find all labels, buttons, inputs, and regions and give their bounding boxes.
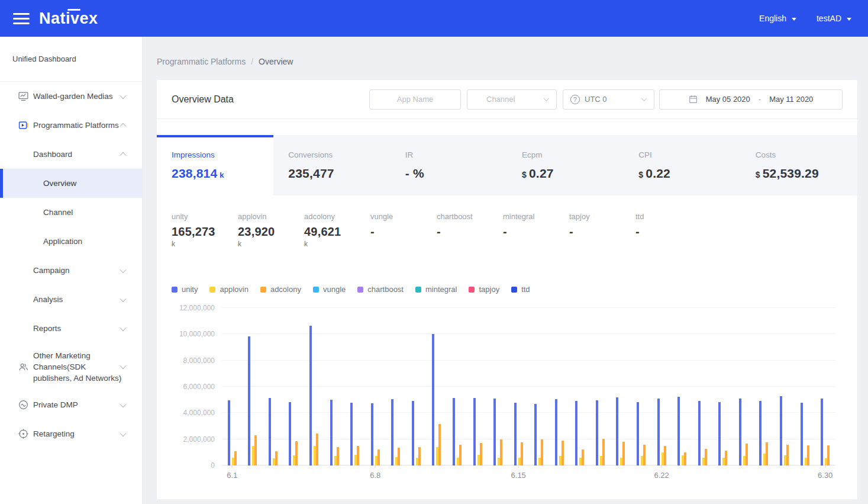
sidebar-item-label: Analysis: [33, 294, 125, 305]
sidebar-item-reports[interactable]: Reports: [0, 314, 142, 343]
sidebar-item-campaign[interactable]: Campaign: [0, 256, 142, 285]
bar-unity: [657, 399, 660, 466]
sidebar-item-other-marketing-channels[interactable]: Other Marketing Channels(SDK publishers,…: [0, 343, 142, 390]
account-menu[interactable]: testAD: [817, 14, 851, 23]
channel-stat-unit: k: [172, 240, 238, 248]
sidebar-item-label: Dashboard: [33, 149, 125, 160]
metric-tab-number: 235,477: [288, 166, 334, 180]
breadcrumb-parent[interactable]: Programmatic Platforms: [157, 57, 246, 66]
bar-adcolony: [500, 439, 502, 466]
bar-adcolony: [438, 424, 441, 466]
sidebar-item-private-dmp[interactable]: Private DMP: [0, 390, 142, 419]
bar-group-6.18: [570, 308, 591, 466]
legend-item-adcolony[interactable]: adcolony: [260, 285, 301, 294]
bar-group-6.17: [549, 308, 570, 466]
brand-logo-macron: [67, 9, 80, 11]
breadcrumb: Programmatic Platforms/Overview: [157, 57, 293, 66]
legend-item-unity[interactable]: unity: [172, 285, 198, 294]
y-tick-label: 10,000,000: [179, 330, 215, 338]
bar-adcolony: [254, 435, 257, 466]
sidebar-item-walled-garden-medias[interactable]: Walled-garden Medias: [0, 82, 142, 111]
bar-unity: [289, 402, 291, 466]
bar-group-6.3: [263, 308, 283, 466]
sidebar-item-programmatic-platforms[interactable]: Programmatic Platforms: [0, 111, 142, 140]
sidebar-item-channel[interactable]: Channel: [0, 198, 142, 227]
video-ad-icon: [18, 120, 29, 131]
sidebar-item-analysis[interactable]: Analysis: [0, 285, 142, 314]
metric-tab-value: 235,477: [288, 166, 390, 181]
channel-stats-row: unity165,273kapplovin23,920kadcolony49,6…: [157, 212, 857, 248]
metric-tab-conversions[interactable]: Conversions235,477: [273, 135, 390, 195]
bar-adcolony: [786, 445, 789, 466]
bar-unity: [718, 402, 721, 466]
channel-stat-unit: [437, 240, 503, 248]
breadcrumb-separator: /: [251, 57, 253, 66]
y-tick-label: 6,000,000: [183, 383, 215, 391]
legend-item-vungle[interactable]: vungle: [313, 285, 346, 294]
bar-group-6.11: [427, 308, 447, 466]
bar-adcolony: [664, 446, 666, 466]
sidebar-item-dashboard[interactable]: Dashboard: [0, 140, 142, 169]
date-separator: -: [759, 95, 761, 104]
bar-adcolony: [316, 434, 318, 466]
chevron-down-icon: [847, 18, 851, 21]
bar-adcolony: [459, 445, 462, 466]
channel-select[interactable]: Channel: [467, 89, 557, 110]
metric-tab-label: Impressions: [172, 150, 273, 159]
bar-unity: [473, 398, 476, 466]
channel-stat-value: 23,920: [238, 225, 304, 239]
bar-unity: [596, 400, 598, 466]
bar-group-6.4: [283, 308, 304, 466]
legend-item-applovin[interactable]: applovin: [209, 285, 248, 294]
metric-tab-ecpm[interactable]: Ecpm$0.27: [507, 135, 624, 195]
bar-unity: [228, 400, 230, 466]
bar-unity: [616, 397, 618, 466]
channel-stat-value: 49,621: [304, 225, 370, 239]
utc-select[interactable]: UTC 0: [563, 89, 654, 110]
sidebar-item-application[interactable]: Application: [0, 227, 142, 256]
y-tick-label: 8,000,000: [183, 357, 215, 365]
bar-group-6.5: [304, 308, 324, 466]
legend-item-chartboost[interactable]: chartboost: [357, 285, 404, 294]
legend-label: adcolony: [270, 285, 301, 294]
x-tick-mark: [375, 466, 376, 468]
bar-adcolony: [684, 452, 686, 466]
app-name-input[interactable]: [370, 90, 460, 109]
sidebar-item-retargeting[interactable]: Retargeting: [0, 419, 142, 448]
bar-group-6.16: [528, 308, 549, 466]
channel-stat-vungle: vungle-: [370, 212, 437, 248]
bar-group-6.8: [365, 308, 386, 466]
metric-tab-cpi[interactable]: CPI$0.22: [624, 135, 740, 195]
bar-group-6.19: [590, 308, 611, 466]
chevron-down-icon: [641, 95, 647, 101]
sidebar-item-overview[interactable]: Overview: [0, 169, 142, 198]
bar-adcolony: [377, 450, 380, 466]
x-tick-label: 6.8: [370, 471, 380, 480]
bar-adcolony: [398, 448, 400, 466]
channel-select-placeholder: Channel: [486, 95, 515, 104]
metric-tabs: Impressions238,814kConversions235,477IR-…: [157, 135, 857, 195]
legend-item-mintegral[interactable]: mintegral: [415, 285, 457, 294]
legend-item-tapjoy[interactable]: tapjoy: [469, 285, 499, 294]
sidebar-item-label: Campaign: [33, 265, 125, 276]
x-tick-mark: [662, 466, 662, 468]
channel-stat-unit: [503, 240, 569, 248]
metric-tab-impressions[interactable]: Impressions238,814k: [157, 135, 273, 195]
chart-legend: unityapplovinadcolonyvunglechartboostmin…: [172, 285, 857, 294]
channel-stat-adcolony: adcolony49,621k: [304, 212, 370, 248]
bar-adcolony: [725, 451, 727, 466]
channel-stat-value: -: [635, 225, 702, 239]
bar-adcolony: [418, 447, 421, 466]
date-range-picker[interactable]: May 05 2020 - May 11 2020: [659, 89, 843, 110]
metric-tab-costs[interactable]: Costs$52,539.29: [741, 135, 857, 195]
hamburger-menu-icon[interactable]: [13, 10, 30, 27]
legend-item-ttd[interactable]: ttd: [511, 285, 530, 294]
bar-adcolony: [480, 443, 482, 466]
metric-tab-value: $0.22: [638, 166, 740, 181]
language-selector[interactable]: English: [759, 14, 796, 23]
bar-adcolony: [582, 450, 584, 466]
legend-label: tapjoy: [479, 285, 499, 294]
metric-tab-ir[interactable]: IR- %: [391, 135, 507, 195]
channel-stat-value: -: [569, 225, 635, 239]
bar-group-6.9: [386, 308, 406, 466]
